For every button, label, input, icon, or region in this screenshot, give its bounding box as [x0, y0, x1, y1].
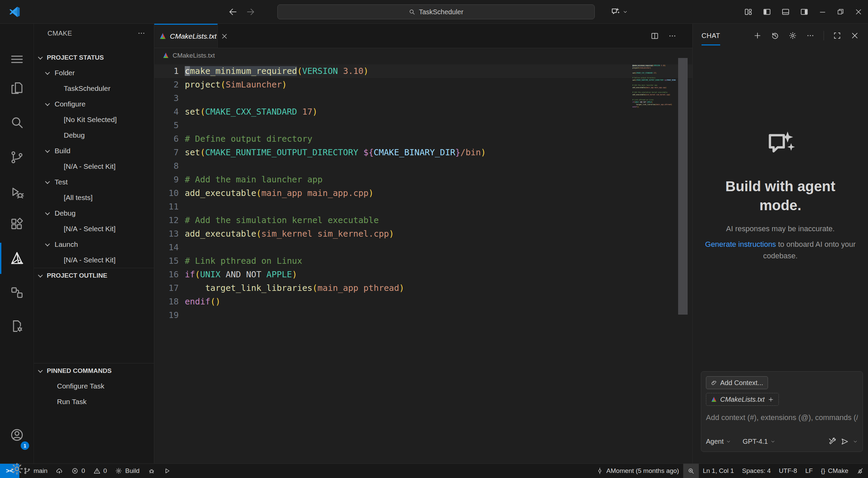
sidebar-more-icon[interactable]: [137, 29, 146, 38]
code-line-3[interactable]: [631, 69, 676, 72]
code-line-1[interactable]: 1cmake_minimum_required(VERSION 3.10): [154, 64, 692, 78]
code-line-6[interactable]: # Define output directory: [631, 77, 676, 79]
toggle-sidebar-icon[interactable]: [763, 7, 771, 16]
activity-extensions-icon[interactable]: [0, 208, 34, 240]
send-button[interactable]: [840, 437, 849, 446]
section-pinned-commands[interactable]: PINNED COMMANDS: [34, 363, 154, 378]
code-line-9[interactable]: # Add the main launcher app: [631, 84, 676, 86]
code-line-13[interactable]: 13add_executable(sim_kernel sim_kernel.c…: [154, 227, 692, 241]
code-line-10[interactable]: add_executable(main_app main_app.cpp): [631, 86, 676, 89]
code-line-16[interactable]: 16if(UNIX AND NOT APPLE): [154, 268, 692, 281]
code-line-10[interactable]: 10add_executable(main_app main_app.cpp): [154, 186, 692, 200]
minimize-button[interactable]: [818, 8, 827, 16]
generate-instructions-link[interactable]: Generate instructions: [705, 240, 776, 248]
code-line-13[interactable]: add_executable(sim_kernel sim_kernel.cpp…: [631, 94, 676, 96]
status-spaces-4[interactable]: Spaces: 4: [738, 464, 775, 478]
tree-item[interactable]: Debug: [34, 205, 154, 221]
section-project-outline[interactable]: PROJECT OUTLINE: [34, 268, 154, 283]
split-editor-icon[interactable]: [650, 32, 659, 40]
code-line-7[interactable]: 7set(CMAKE_RUNTIME_OUTPUT_DIRECTORY ${CM…: [154, 146, 692, 159]
tree-item[interactable]: [All tests]: [34, 190, 154, 205]
tab-cmakelists[interactable]: CMakeLists.txt: [154, 24, 218, 48]
code-line-19[interactable]: 19: [154, 308, 692, 322]
code-line-7[interactable]: set(CMAKE_RUNTIME_OUTPUT_DIRECTORY ${CMA…: [631, 79, 676, 81]
activity-account-icon[interactable]: 1: [0, 419, 34, 451]
tree-item[interactable]: [N/A - Select Kit]: [34, 221, 154, 237]
restore-button[interactable]: [836, 8, 845, 16]
section-project-status[interactable]: PROJECT STATUS: [34, 50, 154, 65]
chat-input-placeholder[interactable]: Add context (#), extensions (@), command…: [706, 413, 858, 422]
minimap[interactable]: cmake_minimum_required(VERSION 3.10)proj…: [631, 64, 676, 254]
activity-settings-icon[interactable]: [0, 453, 34, 478]
code-line-15[interactable]: 15# Link pthread on Linux: [154, 254, 692, 268]
mode-dropdown[interactable]: Agent: [706, 438, 731, 445]
code-line-11[interactable]: 11: [154, 200, 692, 214]
tree-item[interactable]: [N/A - Select Kit]: [34, 159, 154, 174]
status-lf[interactable]: LF: [801, 464, 817, 478]
close-panel-icon[interactable]: [850, 31, 859, 40]
maximize-panel-icon[interactable]: [833, 31, 842, 40]
add-context-button[interactable]: Add Context...: [706, 376, 768, 389]
status-ln-1-col-1[interactable]: Ln 1, Col 1: [699, 464, 738, 478]
status-0[interactable]: 0: [67, 464, 89, 478]
pinned-command[interactable]: Run Task: [34, 394, 154, 410]
activity-ports-icon[interactable]: [0, 277, 34, 308]
new-chat-icon[interactable]: [753, 31, 762, 40]
tree-item[interactable]: Build: [34, 143, 154, 159]
tree-item[interactable]: Configure: [34, 96, 154, 112]
tree-item[interactable]: [No Kit Selected]: [34, 112, 154, 127]
toggle-panel-icon[interactable]: [781, 7, 790, 16]
chat-input-box[interactable]: Add Context... CMakeLists.txt Add contex…: [701, 371, 863, 452]
code-line-8[interactable]: [631, 81, 676, 84]
activity-cpptools-icon[interactable]: [0, 311, 34, 342]
code-line-12[interactable]: 12# Add the simulation kernel executable: [154, 214, 692, 227]
code-line-12[interactable]: # Add the simulation kernel executable: [631, 91, 676, 94]
code-line-9[interactable]: 9# Add the main launcher app: [154, 173, 692, 186]
code-line-11[interactable]: [631, 89, 676, 91]
more-icon[interactable]: [806, 31, 815, 40]
code-line-4[interactable]: set(CMAKE_CXX_STANDARD 17): [631, 72, 676, 74]
code-line-17[interactable]: target_link_libraries(main_app pthread): [631, 103, 676, 106]
code-line-2[interactable]: project(SimLauncher): [631, 67, 676, 69]
attached-file-chip[interactable]: CMakeLists.txt: [706, 393, 779, 406]
code-line-8[interactable]: 8: [154, 159, 692, 173]
activity-scm-icon[interactable]: [0, 142, 34, 173]
status-utf-8[interactable]: UTF-8: [775, 464, 801, 478]
code-line-16[interactable]: if(UNIX AND NOT APPLE): [631, 101, 676, 103]
model-dropdown[interactable]: GPT-4.1: [743, 438, 775, 445]
activity-search-icon[interactable]: [0, 107, 34, 138]
code-line-17[interactable]: 17 target_link_libraries(main_app pthrea…: [154, 281, 692, 295]
tree-item[interactable]: [N/A - Select Kit]: [34, 252, 154, 268]
code-line-1[interactable]: cmake_minimum_required(VERSION 3.10): [631, 64, 676, 67]
close-button[interactable]: [854, 8, 863, 16]
status-play[interactable]: [159, 464, 175, 478]
tools-icon[interactable]: [828, 437, 837, 446]
activity-menu-icon[interactable]: [0, 44, 34, 75]
code-line-5[interactable]: 5: [154, 119, 692, 132]
code-line-18[interactable]: endif(): [631, 106, 676, 108]
code-line-6[interactable]: 6# Define output directory: [154, 132, 692, 146]
code-line-2[interactable]: 2project(SimLauncher): [154, 78, 692, 92]
editor-scrollbar[interactable]: [678, 58, 688, 315]
code-line-5[interactable]: [631, 74, 676, 77]
activity-cmake-icon[interactable]: [0, 243, 34, 274]
close-tab-icon[interactable]: [221, 33, 228, 40]
code-line-15[interactable]: # Link pthread on Linux: [631, 99, 676, 101]
back-arrow-icon[interactable]: [228, 7, 238, 17]
command-center-search[interactable]: TaskScheduler: [277, 4, 595, 19]
activity-explorer-icon[interactable]: [0, 73, 34, 104]
status-bell-slash[interactable]: [852, 464, 868, 478]
code-line-3[interactable]: 3: [154, 92, 692, 105]
tree-item[interactable]: Launch: [34, 237, 154, 252]
tree-item[interactable]: Test: [34, 174, 154, 190]
history-icon[interactable]: [771, 31, 780, 40]
code-line-18[interactable]: 18endif(): [154, 295, 692, 308]
toggle-secondary-sidebar-icon[interactable]: [800, 7, 809, 16]
code-line-14[interactable]: 14: [154, 241, 692, 254]
send-options-icon[interactable]: [853, 439, 858, 444]
status-zoom-in[interactable]: [683, 464, 699, 478]
tab-chat[interactable]: CHAT: [702, 24, 720, 47]
editor-body[interactable]: 1cmake_minimum_required(VERSION 3.10)2pr…: [154, 63, 692, 463]
status-amoment-5-months-ago[interactable]: AMoment (5 months ago): [592, 464, 683, 478]
tree-item[interactable]: Folder: [34, 65, 154, 81]
